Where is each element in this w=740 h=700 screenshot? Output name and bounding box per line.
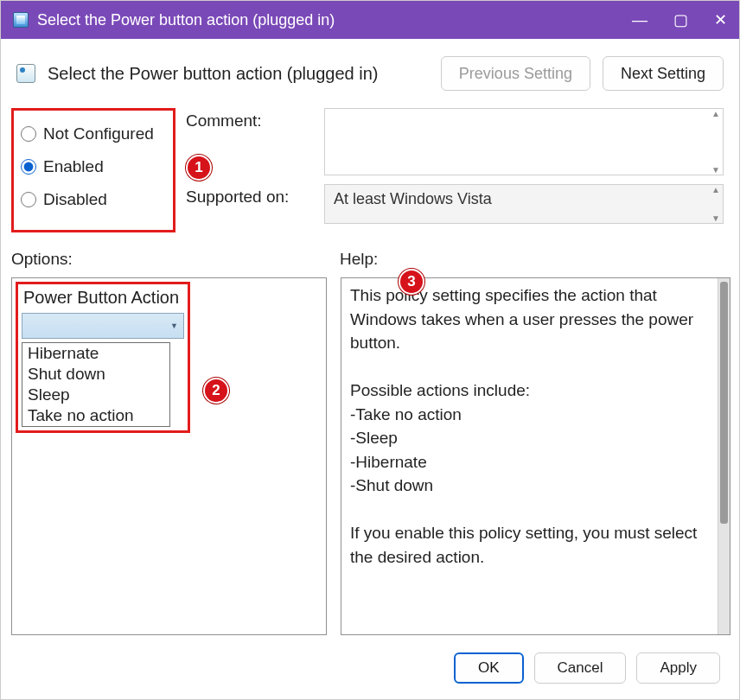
supported-scrollbar[interactable]: ▲ ▼ [709,185,723,223]
window-controls: — ▢ ✕ [632,12,727,28]
dialog-window: Select the Power button action (plugged … [0,0,740,700]
comment-textarea[interactable]: ▲ ▼ [324,108,724,175]
radio-enabled-label: Enabled [43,157,104,176]
panels: Power Button Action ▼ Hibernate Shut dow… [1,274,739,642]
dropdown-item-sleep[interactable]: Sleep [22,385,169,405]
radio-not-configured-input[interactable] [21,126,36,142]
annotation-badge-1: 1 [186,155,212,181]
dropdown-item-shutdown[interactable]: Shut down [22,364,169,385]
scroll-up-icon[interactable]: ▲ [711,185,720,194]
state-radio-group: Not Configured Enabled Disabled [11,108,175,232]
comment-scrollbar[interactable]: ▲ ▼ [709,109,723,175]
radio-not-configured[interactable]: Not Configured [17,118,164,150]
help-text: This policy setting specifies the action… [341,278,718,634]
header-row: Select the Power button action (plugged … [1,39,739,99]
dropdown-item-take-no-action[interactable]: Take no action [22,405,169,426]
help-section-label: Help: [340,250,378,269]
radio-not-configured-label: Not Configured [43,124,154,143]
supported-value: At least Windows Vista [334,190,492,207]
upper-form: Not Configured Enabled Disabled Comment:… [1,99,739,241]
close-icon[interactable]: ✕ [714,12,727,28]
scroll-down-icon[interactable]: ▼ [711,165,720,175]
radio-disabled-input[interactable] [21,192,36,207]
comment-row: Comment: ▲ ▼ [186,108,724,175]
radio-enabled[interactable]: Enabled [17,150,164,183]
dropdown-item-hibernate[interactable]: Hibernate [22,343,169,364]
power-button-action-dropdown[interactable]: Hibernate Shut down Sleep Take no action [22,342,170,427]
annotation-badge-2: 2 [203,378,229,404]
chevron-down-icon: ▼ [170,321,178,330]
supported-text: At least Windows Vista ▲ ▼ [324,184,724,224]
comment-label: Comment: [186,108,324,130]
power-button-action-label: Power Button Action [22,288,188,313]
radio-disabled[interactable]: Disabled [17,183,164,216]
previous-setting-button[interactable]: Previous Setting [441,56,590,91]
scrollbar-thumb[interactable] [720,282,728,524]
options-highlight-box: Power Button Action ▼ Hibernate Shut dow… [16,282,190,433]
titlebar[interactable]: Select the Power button action (plugged … [1,1,739,39]
options-section-label: Options: [11,250,340,269]
radio-enabled-input[interactable] [21,159,36,175]
dialog-footer: OK Cancel Apply [1,642,739,699]
help-scrollbar[interactable] [718,278,730,634]
section-labels: Options: Help: [1,241,739,274]
window-title: Select the Power button action (plugged … [37,11,632,29]
annotation-badge-3: 3 [399,269,424,295]
ok-button[interactable]: OK [454,652,524,684]
power-button-action-combo[interactable]: ▼ [22,313,184,339]
options-panel: Power Button Action ▼ Hibernate Shut dow… [11,277,327,635]
policy-small-icon [16,64,35,83]
supported-label: Supported on: [186,184,324,207]
help-panel: This policy setting specifies the action… [341,277,730,635]
form-column: Comment: ▲ ▼ Supported on: At least Wind… [186,108,724,232]
policy-icon [13,12,29,28]
scroll-down-icon[interactable]: ▼ [711,213,720,223]
minimize-icon[interactable]: — [632,12,648,28]
page-title: Select the Power button action (plugged … [48,64,429,84]
cancel-button[interactable]: Cancel [534,652,627,684]
maximize-icon[interactable]: ▢ [673,12,688,28]
supported-row: Supported on: At least Windows Vista ▲ ▼ [186,184,724,224]
next-setting-button[interactable]: Next Setting [603,56,724,91]
apply-button[interactable]: Apply [636,652,720,684]
radio-disabled-label: Disabled [43,190,107,209]
scroll-up-icon[interactable]: ▲ [711,109,720,118]
